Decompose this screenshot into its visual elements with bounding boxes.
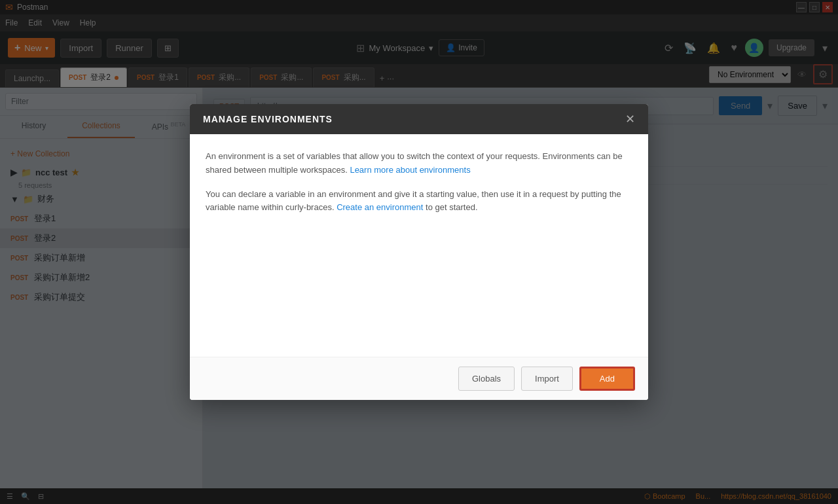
modal-title: MANAGE ENVIRONMENTS xyxy=(203,114,333,124)
modal-footer: Globals Import Add xyxy=(190,357,648,400)
learn-more-link[interactable]: Learn more about environments xyxy=(350,165,470,175)
modal-overlay: MANAGE ENVIRONMENTS ✕ An environment is … xyxy=(0,0,838,504)
create-environment-link[interactable]: Create an environment xyxy=(337,202,423,212)
manage-environments-modal: MANAGE ENVIRONMENTS ✕ An environment is … xyxy=(190,104,648,400)
add-button[interactable]: Add xyxy=(579,367,635,391)
modal-paragraph1: An environment is a set of variables tha… xyxy=(206,150,632,177)
import-modal-button[interactable]: Import xyxy=(521,367,573,391)
globals-button[interactable]: Globals xyxy=(458,367,515,391)
modal-close-button[interactable]: ✕ xyxy=(625,113,635,125)
modal-header: MANAGE ENVIRONMENTS ✕ xyxy=(190,104,648,134)
modal-paragraph2: You can declare a variable in an environ… xyxy=(206,188,632,215)
modal-body: An environment is a set of variables tha… xyxy=(190,134,648,357)
